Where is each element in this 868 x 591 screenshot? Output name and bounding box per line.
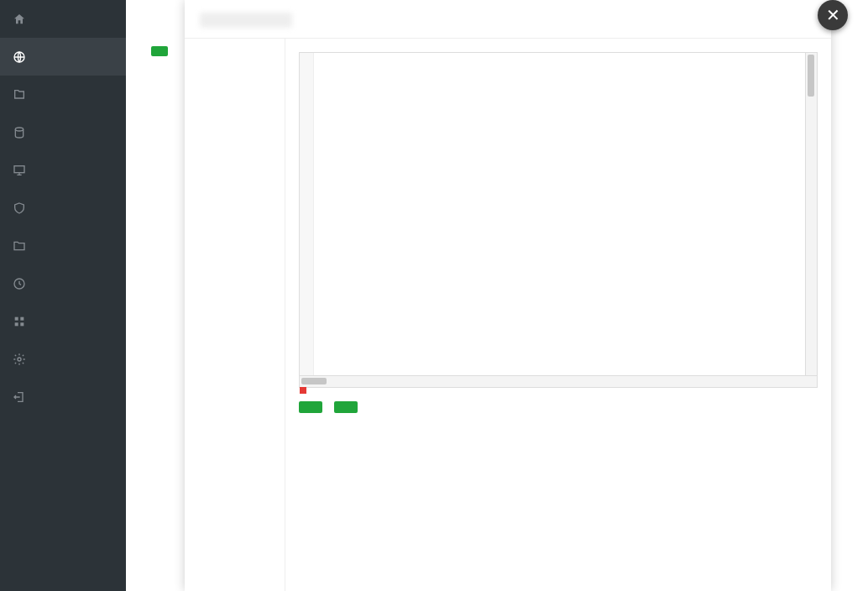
close-icon[interactable]: ✕ [818,0,848,30]
save-button[interactable] [299,401,322,413]
site-edit-modal: ✕ [185,0,831,591]
highlight-box [300,387,306,394]
code-area[interactable] [314,53,817,387]
vertical-scrollbar[interactable] [805,53,817,375]
scrollbar-thumb[interactable] [301,378,327,384]
masked-domain [200,13,292,28]
scrollbar-thumb[interactable] [808,55,814,97]
restore-default-button[interactable] [334,401,358,413]
config-pane [285,39,831,591]
modal-title [185,0,831,39]
horizontal-scrollbar[interactable] [300,375,817,387]
config-editor[interactable] [299,52,818,388]
button-row [299,401,818,416]
modal-tabs [185,39,285,591]
line-gutter [300,53,314,387]
